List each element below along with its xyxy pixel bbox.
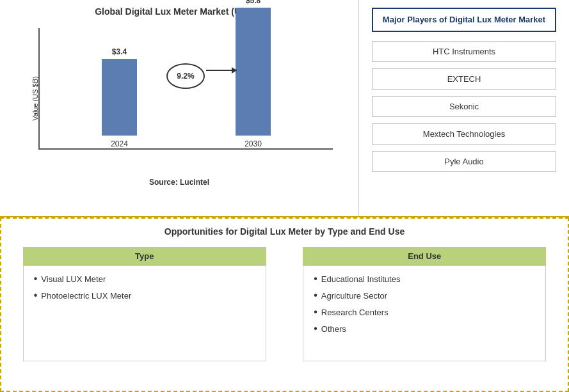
chart-container: Value (US $B) $3.4 2024 $5.8 2030 bbox=[13, 22, 346, 175]
annotation-circle: 9.2% bbox=[166, 63, 205, 89]
type-item-label-2: Photoelectric LUX Meter bbox=[41, 291, 131, 301]
enduse-item-label-3: Research Centers bbox=[321, 308, 389, 317]
chart-inner: $3.4 2024 $5.8 2030 9.2% bbox=[38, 28, 333, 150]
bar-group-2030: $5.8 2030 bbox=[236, 0, 271, 148]
enduse-bullet-4: • bbox=[314, 324, 317, 334]
bar-year-2030: 2030 bbox=[244, 139, 262, 148]
chart-title: Global Digital Lux Meter Market (US $B) bbox=[13, 6, 346, 17]
enduse-box: End Use • Educational Institutes • Agric… bbox=[303, 247, 546, 361]
enduse-items-box: • Educational Institutes • Agriculture S… bbox=[303, 265, 546, 361]
bottom-section: Opportunities for Digital Lux Meter by T… bbox=[0, 217, 569, 392]
players-area: Major Players of Digital Lux Meter Marke… bbox=[358, 0, 569, 216]
chart-area: Global Digital Lux Meter Market (US $B) … bbox=[0, 0, 358, 216]
player-item-3: Sekonic bbox=[372, 96, 556, 117]
enduse-item-1: • Educational Institutes bbox=[314, 274, 535, 284]
bar-group-2024: $3.4 2024 bbox=[102, 47, 137, 148]
enduse-item-3: • Research Centers bbox=[314, 307, 535, 317]
enduse-item-label-4: Others bbox=[321, 324, 346, 334]
bar-year-2024: 2024 bbox=[111, 139, 128, 148]
type-item-1: • Visual LUX Meter bbox=[34, 274, 255, 284]
bar-value-2030: $5.8 bbox=[246, 0, 260, 5]
type-item-label-1: Visual LUX Meter bbox=[41, 274, 106, 284]
annotation-area: 9.2% bbox=[166, 63, 205, 89]
enduse-item-label-1: Educational Institutes bbox=[321, 274, 401, 284]
enduse-item-2: • Agriculture Sector bbox=[314, 290, 535, 301]
bar-2030 bbox=[236, 8, 271, 136]
enduse-header: End Use bbox=[303, 247, 546, 265]
bar-value-2024: $3.4 bbox=[112, 47, 127, 56]
opportunities-title: Opportunities for Digital Lux Meter by T… bbox=[14, 226, 555, 237]
player-item-1: HTC Instruments bbox=[372, 41, 556, 62]
type-bullet-2: • bbox=[34, 290, 38, 301]
y-axis-label: Value (US $B) bbox=[31, 76, 39, 121]
enduse-bullet-3: • bbox=[314, 307, 317, 317]
type-items-box: • Visual LUX Meter • Photoelectric LUX M… bbox=[23, 265, 266, 361]
enduse-item-label-2: Agriculture Sector bbox=[321, 291, 387, 301]
players-title: Major Players of Digital Lux Meter Marke… bbox=[372, 8, 556, 32]
type-header: Type bbox=[23, 247, 266, 265]
player-item-5: Pyle Audio bbox=[372, 151, 556, 172]
chart-source: Source: Lucintel bbox=[13, 178, 346, 187]
type-bullet-1: • bbox=[34, 274, 38, 284]
player-item-2: EXTECH bbox=[372, 68, 556, 90]
enduse-item-4: • Others bbox=[314, 324, 535, 334]
bar-2024 bbox=[102, 59, 137, 136]
annotation-arrow bbox=[206, 70, 237, 71]
enduse-bullet-2: • bbox=[314, 290, 317, 301]
player-item-4: Mextech Technologies bbox=[372, 123, 556, 145]
type-item-2: • Photoelectric LUX Meter bbox=[34, 290, 255, 301]
type-box: Type • Visual LUX Meter • Photoelectric … bbox=[23, 247, 266, 361]
bars-wrapper: $3.4 2024 $5.8 2030 bbox=[38, 28, 333, 150]
enduse-bullet-1: • bbox=[314, 274, 317, 284]
bottom-content: Type • Visual LUX Meter • Photoelectric … bbox=[14, 247, 555, 361]
